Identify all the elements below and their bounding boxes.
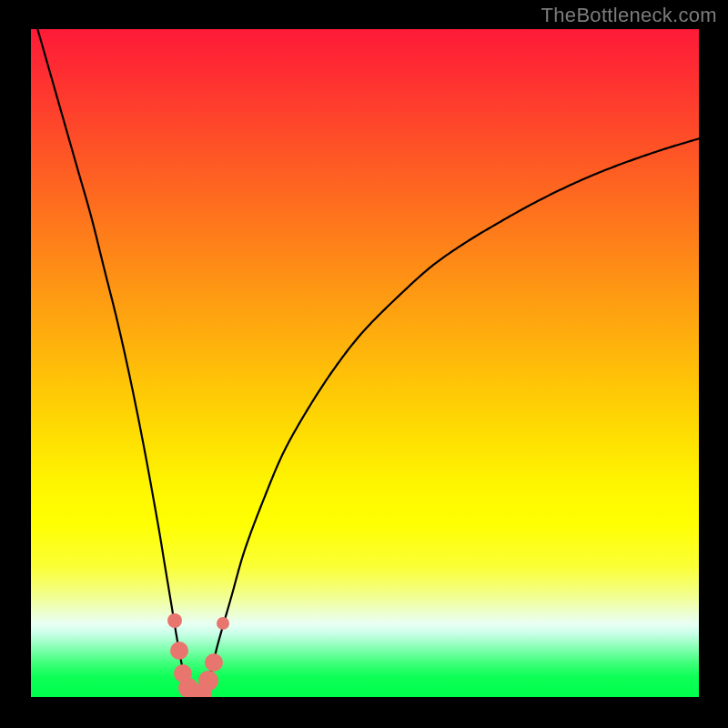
bottleneck-marker [170,642,188,660]
bottleneck-marker [198,671,218,691]
bottleneck-marker [217,617,229,630]
chart-frame: TheBottleneck.com [0,0,728,728]
curve-layer [31,29,699,697]
bottleneck-marker [167,613,182,628]
plot-area [31,29,699,697]
bottleneck-curve [37,29,699,697]
bottleneck-marker [205,653,223,672]
watermark-text: TheBottleneck.com [541,4,717,27]
